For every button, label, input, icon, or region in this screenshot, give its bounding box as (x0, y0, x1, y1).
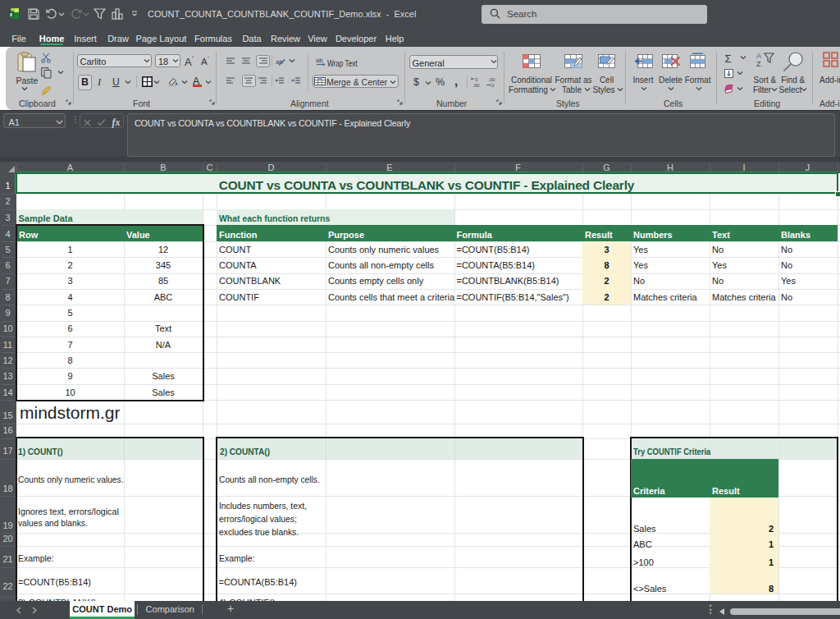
svg-text:.00: .00 (472, 83, 480, 88)
svg-text:x: x (10, 11, 13, 17)
svg-text:0: 0 (475, 77, 478, 82)
svg-text:.00: .00 (488, 77, 495, 82)
svg-text:0: 0 (491, 83, 495, 88)
svg-text:Z: Z (756, 60, 761, 67)
svg-text:A: A (756, 52, 761, 60)
svg-text:ab: ab (316, 57, 322, 64)
